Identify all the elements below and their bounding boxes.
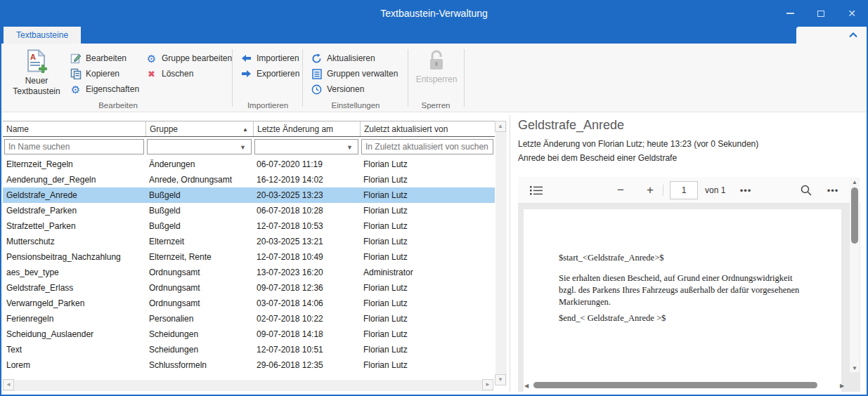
table-filter-row: ▼ ▼ xyxy=(3,137,495,157)
ribbon-button-gruppen-verwalten[interactable]: Gruppen verwalten xyxy=(308,66,401,81)
table-cell: Florian Lutz xyxy=(360,237,495,246)
ribbon-group-label: Importieren xyxy=(235,101,301,110)
ribbon-button-exportieren[interactable]: Exportieren xyxy=(238,66,302,81)
table-row[interactable]: Geldstrafe_ParkenBußgeld06-07-2018 10:28… xyxy=(3,203,495,218)
viewer-horizontal-scrollbar[interactable]: ◀ ▶ xyxy=(522,381,846,390)
column-header-gruppe[interactable]: Gruppe ▲ xyxy=(145,121,253,136)
table-cell: 06-07-2020 11:19 xyxy=(253,159,360,169)
ribbon-button-label: Importieren xyxy=(257,53,299,63)
column-header-zuletzt-aktualisiert[interactable]: Zuletzt aktualisiert von xyxy=(360,121,495,136)
ribbon-button-bearbeiten[interactable]: Bearbeiten xyxy=(67,51,142,66)
ellipsis-icon: ••• xyxy=(827,185,839,196)
table-row[interactable]: Pensionsbeitrag_NachzahlungElternzeit, R… xyxy=(3,249,495,265)
toc-button[interactable] xyxy=(529,183,543,197)
ribbon-group-einstellungen: Aktualisieren Gruppen verwalten xyxy=(305,44,406,112)
table-row[interactable]: MutterschutzElternzeit20-03-2025 13:21Fl… xyxy=(3,234,495,249)
search-button[interactable] xyxy=(799,183,813,197)
ribbon-button-gruppe-bearbeiten[interactable]: ⚙ Gruppe bearbeiten xyxy=(143,51,235,66)
scroll-right-button[interactable]: ▶ xyxy=(838,382,846,389)
close-button[interactable]: ✕ xyxy=(844,6,860,21)
chevron-down-icon: ▼ xyxy=(346,145,353,151)
table-row[interactable]: Verwarngeld_ParkenOrdnungsamt03-07-2018 … xyxy=(3,296,495,311)
table-cell: Florian Lutz xyxy=(360,314,495,324)
ribbon: A Neuer Textbaustein Bearbe xyxy=(1,44,867,112)
table-cell: 13-07-2023 16:20 xyxy=(253,268,360,277)
table-cell: aes_bev_type xyxy=(3,268,145,277)
scroll-left-button[interactable]: ◀ xyxy=(522,382,531,389)
table-cell: Florian Lutz xyxy=(360,283,495,293)
column-header-label: Letzte Änderung am xyxy=(257,124,333,134)
scroll-up-button[interactable]: ▲ xyxy=(850,178,860,186)
table-cell: Florian Lutz xyxy=(360,329,495,339)
ribbon-button-eigenschaften[interactable]: ⚙ Eigenschaften xyxy=(67,81,142,97)
table-row[interactable]: Strafzettel_ParkenBußgeld12-07-2018 10:5… xyxy=(3,218,495,234)
table-cell: Personalien xyxy=(145,314,253,324)
table-row[interactable]: Scheidung_AuslaenderScheidungen09-07-201… xyxy=(3,326,495,342)
ribbon-button-aktualisieren[interactable]: Aktualisieren xyxy=(308,51,401,66)
ribbon-button-loeschen[interactable]: ✖ Löschen xyxy=(143,66,235,81)
datum-filter-dropdown[interactable]: ▼ xyxy=(254,139,358,154)
ribbon-group-sperren: Entsperren Sperren xyxy=(409,44,462,112)
close-icon: ✕ xyxy=(848,8,856,18)
table-row[interactable]: LoremSchlussformeln29-06-2018 12:35Flori… xyxy=(3,357,495,373)
table-row[interactable]: Elternzeit_RegelnÄnderungen06-07-2020 11… xyxy=(3,157,495,172)
triangle-down-icon: ▼ xyxy=(498,377,503,383)
zoom-out-button[interactable]: − xyxy=(614,183,628,197)
table-cell: Aenderung_der_Regeln xyxy=(3,175,145,185)
table-row[interactable]: aes_bev_typeOrdnungsamt13-07-2023 16:20A… xyxy=(3,265,495,280)
table-horizontal-scrollbar[interactable]: ◄ ► xyxy=(3,380,493,391)
edit-icon xyxy=(70,53,82,65)
table-cell: Anrede, Ordnungsamt xyxy=(145,175,253,185)
horizontal-scroll-thumb[interactable] xyxy=(533,382,817,388)
viewer-vertical-scrollbar[interactable]: ▲ ▼ xyxy=(850,178,860,372)
table-vertical-scrollbar[interactable]: ▲ ▼ xyxy=(495,121,507,385)
tab-label: Textbausteine xyxy=(16,30,68,40)
updated-by-filter-input[interactable] xyxy=(361,139,493,154)
ribbon-button-versionen[interactable]: Versionen xyxy=(308,81,401,97)
ribbon-group-label: Einstellungen xyxy=(305,101,406,110)
arrow-left-icon xyxy=(240,53,252,65)
sort-ascending-icon: ▲ xyxy=(242,126,248,133)
ribbon-button-kopieren[interactable]: Kopieren xyxy=(67,66,142,81)
scroll-down-button[interactable]: ▼ xyxy=(850,364,860,372)
table-cell: Strafzettel_Parken xyxy=(3,221,145,231)
column-header-letzte-aenderung[interactable]: Letzte Änderung am xyxy=(253,121,360,136)
table-row[interactable]: TextScheidungen12-07-2018 10:51Florian L… xyxy=(3,342,495,357)
triangle-down-icon: ▼ xyxy=(852,365,857,371)
table-row[interactable]: FerienregelnPersonalien02-07-2018 10:22F… xyxy=(3,311,495,326)
column-header-name[interactable]: Name xyxy=(3,121,145,136)
preview-title: Geldstrafe_Anrede xyxy=(518,118,861,133)
gruppe-filter-dropdown[interactable]: ▼ xyxy=(147,139,252,154)
name-filter-input[interactable] xyxy=(4,139,144,154)
document-page: $start_<Geldstrafe_Anrede>$ Sie erhalten… xyxy=(524,209,841,392)
neuer-textbaustein-label: Neuer Textbaustein xyxy=(9,76,64,97)
minimize-button[interactable] xyxy=(782,6,798,21)
panel-splitter[interactable] xyxy=(510,115,510,392)
svg-text:A: A xyxy=(30,53,36,61)
more-options-button[interactable]: ••• xyxy=(826,183,840,197)
table-cell: 12-07-2018 10:53 xyxy=(253,221,360,231)
toolbar-divider xyxy=(663,185,663,196)
maximize-button[interactable] xyxy=(813,6,829,21)
neuer-textbaustein-button[interactable]: A Neuer Textbaustein xyxy=(9,48,64,97)
table-row[interactable]: Aenderung_der_RegelnAnrede, Ordnungsamt1… xyxy=(3,172,495,187)
scroll-up-button[interactable]: ▲ xyxy=(495,121,506,132)
table-cell: Ordnungsamt xyxy=(145,268,253,277)
table-row[interactable]: Geldstrafe_ErlassOrdnungsamt09-07-2018 1… xyxy=(3,280,495,296)
scroll-right-button[interactable]: ► xyxy=(482,379,493,390)
page-options-button[interactable]: ••• xyxy=(739,183,753,197)
zoom-in-button[interactable]: + xyxy=(643,183,657,197)
entsperren-button[interactable]: Entsperren xyxy=(409,48,464,85)
page-number-input[interactable] xyxy=(670,181,698,199)
collapse-ribbon-button[interactable] xyxy=(846,29,861,41)
table-cell: Geldstrafe_Parken xyxy=(3,206,145,216)
tab-textbausteine[interactable]: Textbausteine xyxy=(4,27,81,44)
table-cell: Ordnungsamt xyxy=(145,298,253,308)
triangle-right-icon: ► xyxy=(485,382,491,388)
scroll-down-button[interactable]: ▼ xyxy=(495,374,506,385)
ribbon-button-importieren[interactable]: Importieren xyxy=(238,51,302,66)
vertical-scroll-thumb[interactable] xyxy=(851,187,858,244)
table-row[interactable]: Geldstrafe_AnredeBußgeld20-03-2025 13:23… xyxy=(3,187,495,203)
table-cell: Bußgeld xyxy=(145,221,253,231)
scroll-left-button[interactable]: ◄ xyxy=(3,379,14,390)
